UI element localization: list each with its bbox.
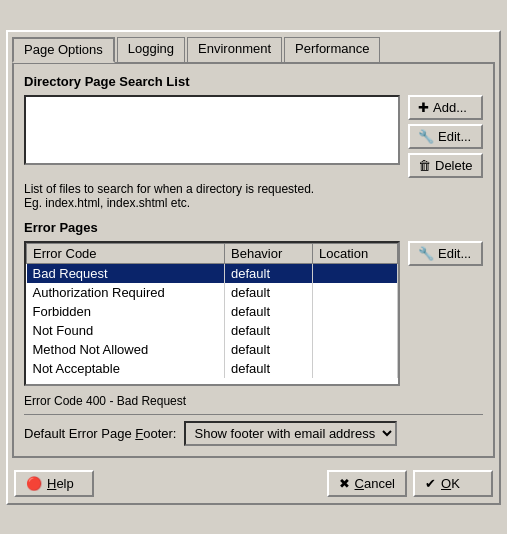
error-status: Error Code 400 - Bad Request bbox=[24, 394, 483, 408]
footer-underline: F bbox=[135, 426, 143, 441]
tab-page-options-label: Page Options bbox=[24, 42, 103, 57]
add-icon: ✚ bbox=[418, 100, 429, 115]
edit-error-button[interactable]: 🔧 Edit... bbox=[408, 241, 483, 266]
cancel-button[interactable]: ✖ Cancel bbox=[327, 470, 407, 497]
tab-bar: Page Options Logging Environment Perform… bbox=[12, 36, 495, 62]
location-cell bbox=[312, 302, 397, 321]
error-table: Error Code Behavior Location Bad Request… bbox=[26, 243, 398, 378]
delete-button[interactable]: 🗑 Delete bbox=[408, 153, 483, 178]
dir-listbox[interactable] bbox=[24, 95, 400, 165]
tab-logging-label: Logging bbox=[128, 41, 174, 56]
table-row[interactable]: Method Not Allowed default bbox=[27, 340, 398, 359]
ok-icon: ✔ bbox=[425, 476, 436, 491]
behavior-cell: default bbox=[225, 340, 313, 359]
help-button[interactable]: 🔴 Help bbox=[14, 470, 94, 497]
hint-line1: List of files to search for when a direc… bbox=[24, 182, 314, 196]
hint-line2: Eg. index.html, index.shtml etc. bbox=[24, 196, 190, 210]
footer-select[interactable]: Show footer with email addressNo footerC… bbox=[184, 421, 397, 446]
behavior-cell: default bbox=[225, 302, 313, 321]
table-row[interactable]: Not Acceptable default bbox=[27, 359, 398, 378]
edit-dir-button[interactable]: 🔧 Edit... bbox=[408, 124, 483, 149]
edit-dir-icon: 🔧 bbox=[418, 129, 434, 144]
error-section-title: Error Pages bbox=[24, 220, 483, 235]
edit-dir-label: Edit... bbox=[438, 129, 471, 144]
tab-logging[interactable]: Logging bbox=[117, 37, 185, 63]
behavior-cell: default bbox=[225, 359, 313, 378]
delete-label: Delete bbox=[435, 158, 473, 173]
dir-section-title: Directory Page Search List bbox=[24, 74, 483, 89]
error-table-row: Error Code Behavior Location Bad Request… bbox=[24, 241, 483, 386]
col-error-code: Error Code bbox=[27, 243, 225, 263]
error-code-cell: Not Found bbox=[27, 321, 225, 340]
cancel-label: Cancel bbox=[355, 476, 395, 491]
edit-error-label: Edit... bbox=[438, 246, 471, 261]
right-buttons: ✖ Cancel ✔ OK bbox=[327, 470, 493, 497]
dir-section: Directory Page Search List ✚ Add... 🔧 Ed… bbox=[24, 74, 483, 210]
dir-row: ✚ Add... 🔧 Edit... 🗑 Delete bbox=[24, 95, 483, 178]
tab-panel: Directory Page Search List ✚ Add... 🔧 Ed… bbox=[12, 62, 495, 458]
divider bbox=[24, 414, 483, 415]
hint-text: List of files to search for when a direc… bbox=[24, 182, 483, 210]
add-label: Add... bbox=[433, 100, 467, 115]
behavior-cell: default bbox=[225, 283, 313, 302]
tab-performance-label: Performance bbox=[295, 41, 369, 56]
edit-error-icon: 🔧 bbox=[418, 246, 434, 261]
error-code-cell: Forbidden bbox=[27, 302, 225, 321]
error-table-header: Error Code Behavior Location bbox=[27, 243, 398, 263]
table-row[interactable]: Bad Request default bbox=[27, 263, 398, 283]
tab-performance[interactable]: Performance bbox=[284, 37, 380, 63]
add-button[interactable]: ✚ Add... bbox=[408, 95, 483, 120]
table-row[interactable]: Forbidden default bbox=[27, 302, 398, 321]
tab-environment-label: Environment bbox=[198, 41, 271, 56]
error-table-container: Error Code Behavior Location Bad Request… bbox=[24, 241, 400, 386]
cancel-icon: ✖ bbox=[339, 476, 350, 491]
location-cell bbox=[312, 359, 397, 378]
location-cell bbox=[312, 340, 397, 359]
tab-environment[interactable]: Environment bbox=[187, 37, 282, 63]
help-icon: 🔴 bbox=[26, 476, 42, 491]
delete-icon: 🗑 bbox=[418, 158, 431, 173]
main-dialog: Page Options Logging Environment Perform… bbox=[6, 30, 501, 505]
ok-button[interactable]: ✔ OK bbox=[413, 470, 493, 497]
col-behavior: Behavior bbox=[225, 243, 313, 263]
location-cell bbox=[312, 283, 397, 302]
table-row[interactable]: Not Found default bbox=[27, 321, 398, 340]
behavior-cell: default bbox=[225, 263, 313, 283]
footer-row: Default Error Page Footer: Show footer w… bbox=[24, 421, 483, 446]
error-btn-group: 🔧 Edit... bbox=[408, 241, 483, 266]
location-cell bbox=[312, 263, 397, 283]
dir-btn-group: ✚ Add... 🔧 Edit... 🗑 Delete bbox=[408, 95, 483, 178]
table-row[interactable]: Authorization Required default bbox=[27, 283, 398, 302]
col-location: Location bbox=[312, 243, 397, 263]
behavior-cell: default bbox=[225, 321, 313, 340]
ok-label: OK bbox=[441, 476, 460, 491]
error-code-cell: Method Not Allowed bbox=[27, 340, 225, 359]
error-code-cell: Authorization Required bbox=[27, 283, 225, 302]
error-code-cell: Not Acceptable bbox=[27, 359, 225, 378]
footer-label: Default Error Page Footer: bbox=[24, 426, 176, 441]
help-label: Help bbox=[47, 476, 74, 491]
dialog-buttons: 🔴 Help ✖ Cancel ✔ OK bbox=[12, 466, 495, 499]
error-section: Error Pages Error Code Behavior Location bbox=[24, 220, 483, 386]
tab-page-options[interactable]: Page Options bbox=[12, 37, 115, 63]
error-code-cell: Bad Request bbox=[27, 263, 225, 283]
location-cell bbox=[312, 321, 397, 340]
